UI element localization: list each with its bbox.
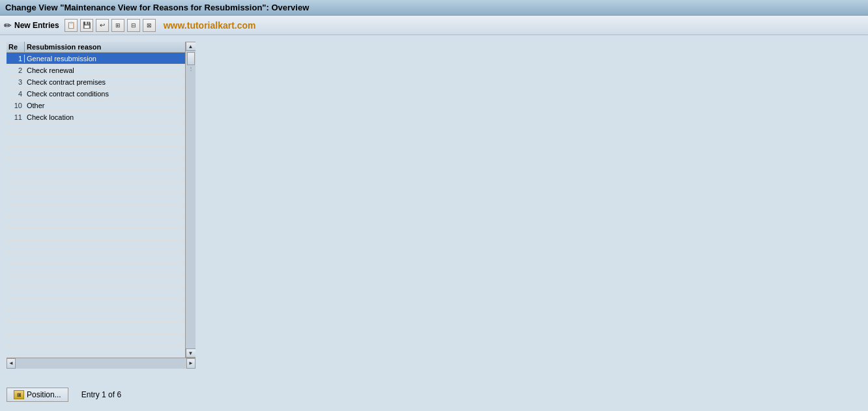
copy-icon: 📋 [67, 21, 75, 29]
row-number: 11 [7, 113, 25, 121]
nav3-button[interactable]: ⊠ [143, 19, 156, 32]
row-reason: Other [25, 102, 185, 109]
table-row[interactable]: 3Check contract premises [7, 76, 185, 88]
position-button[interactable]: ⊞ Position... [7, 388, 68, 402]
row-number: 4 [7, 90, 25, 98]
row-number-empty [7, 252, 25, 263]
row-number-empty [7, 299, 25, 310]
row-reason-empty [25, 135, 185, 146]
row-reason-empty [25, 334, 185, 345]
table-row-empty [7, 123, 185, 135]
row-number-empty [7, 182, 25, 193]
table-row-empty [7, 311, 185, 322]
row-reason-empty [25, 123, 185, 134]
position-label: Position... [27, 390, 61, 399]
scroll-divider: ⋮ [188, 66, 194, 72]
row-reason-empty [25, 170, 185, 181]
row-number-empty [7, 123, 25, 134]
scroll-down-icon: ▼ [188, 350, 194, 356]
row-number-empty [7, 217, 25, 228]
scroll-left-button[interactable]: ◄ [7, 358, 16, 369]
nav3-icon: ⊠ [147, 22, 152, 29]
table-wrapper: Re Resubmission reason 1General resubmis… [7, 42, 195, 368]
entry-count: Entry 1 of 6 [81, 390, 121, 399]
row-number-empty [7, 229, 25, 240]
row-number-empty [7, 135, 25, 146]
table-row[interactable]: 10Other [7, 100, 185, 111]
copy-button[interactable]: 📋 [65, 19, 78, 32]
status-bar: ⊞ Position... Entry 1 of 6 [7, 388, 861, 402]
table-row-empty [7, 264, 185, 276]
undo-icon: ↩ [100, 21, 105, 29]
row-reason-empty [25, 182, 185, 193]
row-number: 2 [7, 66, 25, 74]
position-icon: ⊞ [14, 390, 24, 399]
table-row[interactable]: 1General resubmission [7, 53, 185, 64]
table-header-row: Re Resubmission reason 1General resubmis… [7, 42, 195, 358]
row-number-empty [7, 170, 25, 181]
row-reason-empty [25, 193, 185, 205]
row-number: 3 [7, 78, 25, 86]
row-number-empty [7, 346, 25, 357]
scroll-up-button[interactable]: ▲ [186, 42, 196, 51]
table-row-empty [7, 334, 185, 346]
table-row-empty [7, 135, 185, 147]
row-number-empty [7, 158, 25, 169]
row-number-empty [7, 193, 25, 205]
scroll-left-icon: ◄ [8, 360, 14, 366]
col-re-header: Re [7, 42, 25, 52]
row-reason-empty [25, 205, 185, 216]
toolbar: ✏ New Entries 📋 💾 ↩ ⊞ ⊟ ⊠ www.tutorialka… [0, 16, 868, 35]
row-number-empty [7, 322, 25, 333]
row-number-empty [7, 240, 25, 251]
table-row-empty [7, 252, 185, 264]
nav2-button[interactable]: ⊟ [127, 19, 140, 32]
row-reason-empty [25, 311, 185, 322]
table-row-empty [7, 276, 185, 287]
table-row-empty [7, 205, 185, 217]
nav1-button[interactable]: ⊞ [111, 19, 124, 32]
table-row-empty [7, 193, 185, 205]
row-reason: General resubmission [25, 55, 185, 63]
pencil-icon: ✏ [4, 20, 12, 31]
scroll-track-h [16, 358, 186, 369]
save-button[interactable]: 💾 [80, 19, 93, 32]
scroll-thumb[interactable] [187, 52, 195, 65]
row-reason-empty [25, 217, 185, 228]
table-row[interactable]: 4Check contract conditions [7, 88, 185, 100]
table-row[interactable]: 2Check renewal [7, 64, 185, 76]
row-number-empty [7, 147, 25, 158]
table-data-area: Re Resubmission reason 1General resubmis… [7, 42, 185, 358]
row-number-empty [7, 311, 25, 322]
undo-button[interactable]: ↩ [96, 19, 109, 32]
scroll-right-icon: ► [188, 360, 194, 366]
table-row-empty [7, 287, 185, 299]
row-number-empty [7, 334, 25, 345]
table-row-empty [7, 158, 185, 170]
row-reason-empty [25, 322, 185, 333]
row-reason-empty [25, 346, 185, 357]
new-entries-label[interactable]: New Entries [14, 21, 59, 30]
main-content: Re Resubmission reason 1General resubmis… [0, 35, 868, 408]
row-reason-empty [25, 287, 185, 298]
scroll-down-button[interactable]: ▼ [186, 348, 196, 358]
table-row-empty [7, 346, 185, 358]
row-reason: Check renewal [25, 66, 185, 74]
nav2-icon: ⊟ [131, 22, 136, 29]
row-reason-empty [25, 229, 185, 240]
table-row-empty [7, 229, 185, 240]
table-row[interactable]: 11Check location [7, 111, 185, 123]
table-row-empty [7, 182, 185, 193]
row-number-empty [7, 264, 25, 275]
row-reason-empty [25, 276, 185, 287]
scroll-right-button[interactable]: ► [186, 358, 195, 369]
horizontal-scrollbar[interactable]: ◄ ► [7, 358, 195, 368]
table-row-empty [7, 147, 185, 158]
row-reason: Check contract premises [25, 78, 185, 86]
table-header: Re Resubmission reason [7, 42, 185, 53]
vertical-scrollbar[interactable]: ▲ ⋮ ▼ [185, 42, 195, 358]
table-row-empty [7, 217, 185, 229]
row-reason-empty [25, 147, 185, 158]
nav1-icon: ⊞ [115, 22, 121, 29]
row-number-empty [7, 276, 25, 287]
